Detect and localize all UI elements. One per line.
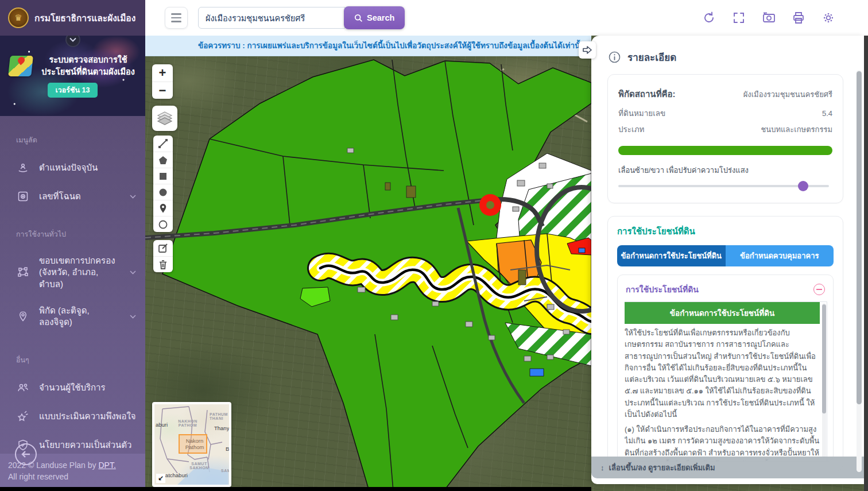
draw-polygon-button[interactable] (153, 152, 173, 168)
sidebar-item-coordinates[interactable]: พิกัด (ละติจูด, ลองจิจูด) (16, 305, 136, 328)
printer-icon (792, 11, 805, 25)
sidebar-item-deed-number[interactable]: เลขที่โฉนด (16, 190, 136, 203)
draw-line-button[interactable] (153, 136, 173, 152)
opacity-slider[interactable] (618, 181, 832, 191)
sidebar-item-label: เลขที่โฉนด (39, 191, 81, 202)
edit-shape-button[interactable] (153, 240, 173, 256)
minimap-label: B (226, 446, 229, 452)
tab-landuse-regulations[interactable]: ข้อกำหนดการใช้ประโยชน์ที่ดิน (617, 245, 726, 266)
dpt-link[interactable]: DPT. (98, 461, 115, 470)
refresh-icon (702, 11, 716, 25)
sidebar-item-admin-boundary[interactable]: ขอบเขตการปกครอง (จังหวัด, อำเภอ, ตำบล) (16, 255, 136, 290)
settings-button[interactable] (821, 10, 836, 25)
refresh-button[interactable] (702, 10, 716, 25)
trash-icon (157, 259, 169, 270)
collapse-section-icon[interactable] (813, 284, 825, 295)
regulation-paragraph: ให้ใช้ประโยชน์ที่ดินเพื่อเกษตรกรรมหรือเก… (625, 327, 820, 420)
polyline-icon (157, 138, 169, 149)
minimap-label: Thany (214, 425, 229, 431)
minimap-extent-box (179, 434, 207, 454)
sidebar-item-satisfaction[interactable]: แบบประเมินความพึงพอใจ (16, 409, 136, 423)
window-edge-right (864, 36, 868, 491)
landuse-section-title: การใช้ประโยชน์ที่ดิน (617, 225, 834, 238)
draw-circle-button[interactable] (153, 184, 173, 200)
tab-building-control[interactable]: ข้อกำหนดควบคุมอาคาร (726, 245, 834, 266)
users-icon (16, 381, 30, 395)
draw-rectangle-button[interactable] (153, 168, 173, 184)
sidebar-item-label: พิกัด (ละติจูด, ลองจิจูด) (39, 305, 121, 328)
sidebar-menu: เมนูลัด ตำแหน่งปัจจุบัน เลขที่โฉนด การใช… (0, 116, 145, 452)
menu-section-shortcuts: เมนูลัด (16, 134, 145, 146)
draw-marker-button[interactable] (153, 200, 173, 216)
sidebar-item-label: แบบประเมินความพึงพอใจ (39, 411, 136, 422)
overview-minimap[interactable]: aburi NAKHON PATHOM PATHUM THANI Thany N… (152, 402, 231, 487)
version-badge: เวอร์ชัน 13 (48, 83, 98, 98)
edit-toolbar (153, 240, 173, 272)
minimap-label: aburi (156, 422, 168, 428)
menu-section-others: อื่นๆ (16, 354, 145, 366)
regulation-card-title: การใช้ประโยชน์ที่ดิน (626, 283, 699, 296)
print-button[interactable] (791, 10, 806, 25)
regulation-header: ข้อกำหนดการใช้ประโยชน์ที่ดิน (625, 302, 820, 324)
inner-scrollbar-thumb[interactable] (822, 304, 826, 413)
location-value: ผังเมืองรวมชุมชนนครชัยศรี (743, 88, 832, 100)
layers-button[interactable] (152, 106, 177, 131)
zone-type-label: ประเภท (618, 123, 644, 136)
sidebar-item-label: ขอบเขตการปกครอง (จังหวัด, อำเภอ, ตำบล) (39, 255, 121, 290)
slider-thumb[interactable] (798, 181, 808, 191)
polygon-vertices-icon (16, 265, 30, 279)
zone-type-value: ชนบทและเกษตรกรรม (761, 123, 832, 136)
delete-shape-button[interactable] (153, 256, 173, 272)
arrow-left-icon (21, 450, 31, 458)
app-title: ระบบตรวจสอบการใช้ประโยชน์ที่ดินตามผังเมื… (38, 54, 138, 78)
search-input[interactable] (198, 7, 345, 29)
fullscreen-button[interactable] (731, 10, 746, 25)
map-pin-icon (157, 203, 169, 214)
location-label: พิกัดสถานที่คือ: (618, 87, 676, 101)
screenshot-button[interactable] (761, 10, 776, 25)
filled-circle-icon (157, 187, 169, 198)
sidebar-item-label: นโยบายความเป็นส่วนตัว (39, 439, 132, 451)
notice-banner: ข้อควรทราบ : การเผยแพร่และบริการข้อมูลใน… (145, 36, 591, 56)
parcel-number-label: ที่ดินหมายเลข (618, 107, 665, 119)
search-button[interactable]: Search (344, 6, 405, 29)
minimap-label: SAM (221, 469, 229, 473)
search-icon (354, 14, 363, 22)
minimap-label: NAKHON PATHOM (175, 419, 200, 427)
layers-icon (156, 110, 173, 127)
sidebar-item-user-count[interactable]: จำนวนผู้ใช้บริการ (16, 381, 136, 395)
scroll-updown-icon: ↕ (600, 463, 604, 472)
collapse-sidebar-button[interactable] (15, 443, 37, 465)
sidebar: ♛ กรมโยธาธิการและผังเมือง ระบบตรวจสอบการ… (0, 0, 145, 487)
sidebar-item-current-location[interactable]: ตำแหน่งปัจจุบัน (16, 161, 136, 175)
zoom-out-button[interactable]: − (152, 82, 173, 99)
minimap-label: SAMUT SAKHON (188, 462, 211, 470)
outline-circle-icon (157, 219, 169, 230)
camera-icon (762, 11, 776, 25)
parcel-number-value: 5.4 (822, 109, 832, 118)
minimap-label: PATHUM THANI (210, 412, 229, 420)
deed-frame-icon (16, 190, 30, 203)
minimap-content: aburi NAKHON PATHOM PATHUM THANI Thany N… (154, 404, 229, 485)
arrow-right-outline-icon (582, 45, 592, 55)
info-icon (609, 51, 621, 63)
sidebar-header: ♛ กรมโยธาธิการและผังเมือง (0, 0, 145, 36)
selected-location-marker (479, 194, 501, 216)
scroll-hint-bar: ↕ เลื่อนขึ้น/ลง ดูรายละเอียดเพิ่มเติม (591, 457, 864, 478)
regulation-paragraph: (๑) ให้ดำเนินการหรือประกอบกิจการได้ในอาค… (625, 424, 820, 461)
chevron-down-icon (69, 37, 76, 42)
sidebar-item-label: ตำแหน่งปัจจุบัน (39, 162, 98, 173)
collapse-panel-button[interactable] (579, 41, 596, 59)
panel-header: รายละเอียด (591, 36, 864, 65)
zone-color-bar (618, 146, 832, 155)
zoom-in-button[interactable]: + (152, 64, 173, 82)
minimap-collapse-arrow[interactable]: ↙ (156, 474, 165, 483)
topbar: Search (145, 0, 868, 36)
app-root: ข้อควรทราบ : การเผยแพร่และบริการข้อมูลใน… (0, 0, 868, 491)
panel-title: รายละเอียด (627, 49, 676, 65)
edit-icon (157, 242, 169, 254)
fullscreen-icon (732, 11, 746, 25)
panel-scrollbar-thumb[interactable] (857, 71, 862, 404)
menu-toggle-button[interactable] (165, 7, 188, 29)
draw-circlemarker-button[interactable] (153, 216, 173, 232)
